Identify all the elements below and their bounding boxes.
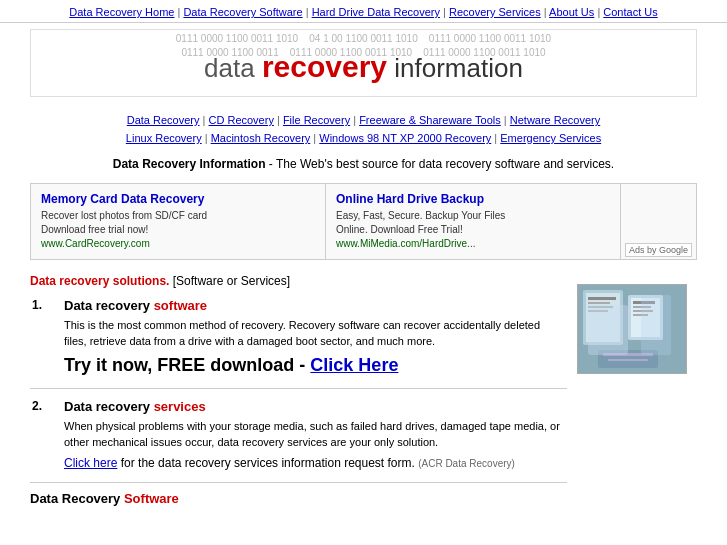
section-title-bracket: [Software or Services] [173, 274, 290, 288]
svg-rect-3 [588, 297, 616, 300]
item1-red-word: software [154, 298, 207, 313]
svg-rect-10 [633, 306, 651, 308]
ad1-body: Recover lost photos from SD/CF cardDownl… [41, 209, 315, 237]
banner-word-information: information [394, 53, 523, 83]
svg-rect-9 [633, 301, 655, 304]
click-here-link-2[interactable]: Click here [64, 456, 117, 470]
page-introduction: Data Recovery Information - The Web's be… [0, 151, 727, 179]
sec-nav-windows[interactable]: Windows 98 NT XP 2000 Recovery [319, 132, 491, 144]
svg-rect-14 [603, 353, 653, 356]
acr-note: (ACR Data Recovery) [418, 458, 515, 469]
sec-nav-macintosh[interactable]: Macintosh Recovery [211, 132, 311, 144]
ad1-title: Memory Card Data Recovery [41, 192, 315, 206]
divider-2 [30, 482, 567, 483]
intro-bold-info: Information [200, 157, 266, 171]
ads-by-google-label: Ads by Google [625, 243, 692, 257]
item2-after-link: for the data recovery services informati… [121, 456, 415, 470]
item2-body: When physical problems with your storage… [64, 418, 565, 450]
svg-rect-12 [633, 314, 648, 316]
divider-1 [30, 388, 567, 389]
ad2-url: www.MiMedia.com/HardDrive... [336, 237, 610, 251]
nav-link-about[interactable]: About Us [549, 6, 594, 18]
main-content: Data recovery solutions. [Software or Se… [0, 270, 727, 510]
ad-cell-2: Online Hard Drive Backup Easy, Fast, Sec… [326, 184, 621, 259]
advertisement-box: Memory Card Data Recovery Recover lost p… [30, 183, 697, 260]
svg-rect-15 [608, 359, 648, 361]
sec-nav-linux[interactable]: Linux Recovery [126, 132, 202, 144]
svg-rect-2 [586, 293, 620, 342]
section-title: Data recovery solutions. [Software or Se… [30, 274, 567, 288]
item2-content: Data recovery services When physical pro… [64, 399, 565, 470]
ad1-url: www.CardRecovery.com [41, 237, 315, 251]
item2-red-word: services [154, 399, 206, 414]
data-recovery-thumbnail [577, 284, 687, 374]
svg-rect-11 [633, 310, 653, 312]
item2-header: Data recovery services [64, 399, 565, 414]
top-navigation: Data Recovery Home | Data Recovery Softw… [0, 0, 727, 23]
section-title-red: Data recovery solutions. [30, 274, 169, 288]
item1-number: 1. [32, 298, 62, 376]
nav-link-home[interactable]: Data Recovery Home [69, 6, 174, 18]
secondary-navigation: Data Recovery | CD Recovery | File Recov… [0, 103, 727, 151]
item1-content: Data recovery software This is the most … [64, 298, 565, 376]
sec-nav-data-recovery[interactable]: Data Recovery [127, 114, 200, 126]
bottom-heading: Data Recovery Software [30, 491, 567, 506]
item1-row: 1. Data recovery software This is the mo… [32, 298, 565, 376]
svg-rect-6 [588, 310, 608, 312]
nav-link-contact[interactable]: Contact Us [603, 6, 657, 18]
item1-header: Data recovery software [64, 298, 565, 313]
sec-nav-freeware[interactable]: Freeware & Shareware Tools [359, 114, 501, 126]
item1-table: 1. Data recovery software This is the mo… [30, 296, 567, 378]
content-right [577, 274, 697, 506]
nav-link-hard-drive[interactable]: Hard Drive Data Recovery [312, 6, 440, 18]
ads-by-google: Ads by Google [621, 184, 696, 259]
click-here-link-1[interactable]: Click Here [310, 355, 398, 375]
svg-rect-5 [588, 306, 613, 308]
intro-rest: - The Web's best source for data recover… [269, 157, 614, 171]
sec-nav-netware[interactable]: Netware Recovery [510, 114, 600, 126]
site-banner: 0111 0000 1100 0011 1010 04 1 00 1100 00… [30, 29, 697, 97]
thumbnail-svg [578, 285, 686, 373]
banner-title: data recovery information [51, 50, 676, 84]
item2-table: 2. Data recovery services When physical … [30, 397, 567, 472]
bottom-heading-red: Software [124, 491, 179, 506]
intro-bold-dr: Data Recovery [113, 157, 196, 171]
nav-link-services[interactable]: Recovery Services [449, 6, 541, 18]
item2-link-line: Click here for the data recovery service… [64, 456, 565, 470]
item1-body: This is the most common method of recove… [64, 317, 565, 349]
item2-row: 2. Data recovery services When physical … [32, 399, 565, 470]
nav-link-software[interactable]: Data Recovery Software [183, 6, 302, 18]
sec-nav-emergency[interactable]: Emergency Services [500, 132, 601, 144]
item2-number: 2. [32, 399, 62, 470]
banner-word-recovery: recovery [262, 50, 387, 83]
content-left: Data recovery solutions. [Software or Se… [30, 274, 577, 506]
sec-nav-file-recovery[interactable]: File Recovery [283, 114, 350, 126]
sec-nav-cd-recovery[interactable]: CD Recovery [209, 114, 274, 126]
ad-cell-1: Memory Card Data Recovery Recover lost p… [31, 184, 326, 259]
banner-word-data: data [204, 53, 262, 83]
svg-rect-4 [588, 302, 610, 304]
ad2-title: Online Hard Drive Backup [336, 192, 610, 206]
item1-cta: Try it now, FREE download - Click Here [64, 355, 565, 376]
ad2-body: Easy, Fast, Secure. Backup Your FilesOnl… [336, 209, 610, 237]
